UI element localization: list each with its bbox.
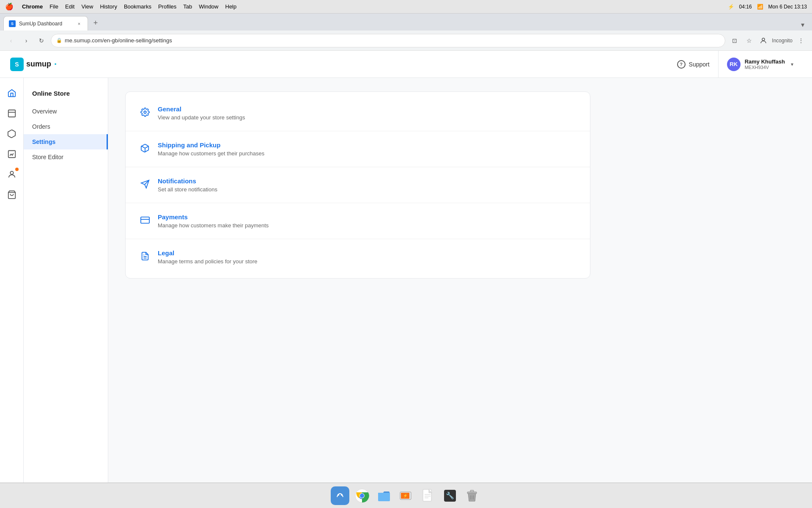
svg-point-3	[10, 171, 13, 174]
menubar-window[interactable]: Window	[199, 3, 218, 10]
sidebar-icon-home[interactable]	[3, 85, 20, 102]
menubar-tab[interactable]: Tab	[183, 3, 192, 10]
tabbar: S SumUp Dashboard × + ▾	[0, 14, 812, 30]
settings-item-shipping[interactable]: Shipping and Pickup Manage how customers…	[126, 131, 590, 167]
payments-link[interactable]: Payments	[158, 213, 269, 221]
settings-text-shipping: Shipping and Pickup Manage how customers…	[158, 141, 264, 157]
tab-list-button[interactable]: ▾	[797, 19, 809, 30]
nav-section-title: Online Store	[24, 86, 108, 104]
user-info: Ramy Khuffash MEXH934V	[745, 58, 785, 70]
menubar-history[interactable]: History	[100, 3, 117, 10]
settings-text-legal: Legal Manage terms and policies for your…	[158, 249, 258, 265]
tab-close-button[interactable]: ×	[76, 20, 82, 27]
legal-link[interactable]: Legal	[158, 249, 258, 257]
chevron-down-icon: ▾	[791, 61, 793, 67]
dock-document[interactable]	[419, 486, 437, 505]
apple-menu[interactable]: 🍎	[5, 3, 14, 11]
svg-point-19	[360, 494, 364, 498]
sidebar-icon-shipping[interactable]	[3, 125, 20, 142]
settings-text-notifications: Notifications Set all store notification…	[158, 177, 217, 193]
header-right: ? Support RK Ramy Khuffash MEXH934V ▾	[669, 51, 802, 78]
addressbar: ‹ › ↻ 🔒 me.sumup.com/en-gb/online-sellin…	[0, 30, 812, 51]
dock-finder[interactable]	[331, 486, 349, 505]
support-label: Support	[689, 61, 710, 68]
bookmark-star-icon[interactable]: ☆	[743, 35, 755, 47]
support-button[interactable]: ? Support	[669, 51, 719, 78]
address-bar[interactable]: 🔒 me.sumup.com/en-gb/online-selling/sett…	[51, 34, 725, 47]
nav-item-overview[interactable]: Overview	[24, 104, 108, 119]
nav-item-settings[interactable]: Settings	[24, 134, 108, 149]
app-header: S sumup· ? Support RK Ramy Khuffash MEXH…	[0, 51, 812, 78]
dock-trash[interactable]	[463, 486, 481, 505]
settings-item-legal[interactable]: Legal Manage terms and policies for your…	[126, 239, 590, 275]
settings-item-general[interactable]: General View and update your store setti…	[126, 95, 590, 131]
legal-desc: Manage terms and policies for your store	[158, 258, 258, 265]
nav-sidebar: Online Store Overview Orders Settings St…	[24, 78, 108, 483]
payments-desc: Manage how customers make their payments	[158, 222, 269, 229]
notification-badge	[15, 168, 19, 171]
user-menu-button[interactable]: RK Ramy Khuffash MEXH934V ▾	[719, 51, 802, 78]
sidebar-icon-reports[interactable]	[3, 146, 20, 163]
logo-text: sumup	[26, 60, 51, 69]
svg-text:⚡: ⚡	[403, 493, 408, 498]
shipping-icon	[139, 142, 151, 154]
menubar-view[interactable]: View	[81, 3, 93, 10]
notifications-icon	[139, 178, 151, 190]
wifi-icon: 📶	[757, 4, 763, 10]
reload-button[interactable]: ↻	[36, 35, 47, 47]
dock-tools[interactable]: 🔧	[441, 486, 459, 505]
settings-text-payments: Payments Manage how customers make their…	[158, 213, 269, 229]
settings-card: General View and update your store setti…	[125, 91, 590, 279]
sumup-logo: S sumup·	[10, 58, 57, 71]
svg-text:🔧: 🔧	[446, 491, 454, 500]
avatar: RK	[727, 58, 741, 71]
menubar-bookmarks[interactable]: Bookmarks	[124, 3, 151, 10]
cast-icon[interactable]: ⊡	[729, 35, 741, 47]
nav-item-store-editor[interactable]: Store Editor	[24, 149, 108, 165]
active-tab[interactable]: S SumUp Dashboard ×	[3, 16, 88, 30]
new-tab-button[interactable]: +	[90, 17, 102, 29]
general-icon	[139, 106, 151, 118]
macos-dock: ⚡ 🔧	[0, 483, 812, 508]
battery-charging-icon: ⚡	[728, 4, 734, 10]
notifications-link[interactable]: Notifications	[158, 177, 217, 185]
dock-chrome[interactable]	[353, 486, 371, 505]
user-id: MEXH934V	[745, 65, 785, 70]
main-layout: Online Store Overview Orders Settings St…	[0, 78, 812, 483]
sidebar-icon-store[interactable]	[3, 105, 20, 122]
shipping-desc: Manage how customers get their purchases	[158, 150, 264, 157]
battery-time: 04:16	[739, 4, 752, 10]
sidebar-icon-customers[interactable]	[3, 166, 20, 183]
notifications-desc: Set all store notifications	[158, 186, 217, 193]
incognito-label: Incognito	[772, 38, 793, 44]
svg-rect-29	[467, 492, 477, 494]
content-area: General View and update your store setti…	[108, 78, 812, 483]
menubar-edit[interactable]: Edit	[65, 3, 74, 10]
general-desc: View and update your store settings	[158, 114, 245, 121]
forward-button[interactable]: ›	[20, 35, 32, 47]
more-options-icon[interactable]: ⋮	[795, 35, 807, 47]
menubar: 🍎 Chrome File Edit View History Bookmark…	[0, 0, 812, 14]
back-button[interactable]: ‹	[5, 35, 17, 47]
svg-point-5	[144, 111, 146, 113]
menubar-file[interactable]: File	[49, 3, 58, 10]
payments-icon	[139, 214, 151, 226]
shipping-link[interactable]: Shipping and Pickup	[158, 141, 264, 149]
dock-battery-app[interactable]: ⚡	[397, 486, 415, 505]
logo-icon: S	[10, 58, 24, 71]
general-link[interactable]: General	[158, 105, 245, 113]
svg-point-0	[762, 38, 765, 41]
settings-text-general: General View and update your store setti…	[158, 105, 245, 121]
menubar-profiles[interactable]: Profiles	[158, 3, 176, 10]
sidebar-icon-cart[interactable]	[3, 186, 20, 203]
svg-rect-9	[141, 217, 149, 224]
svg-point-14	[337, 494, 339, 496]
nav-item-orders[interactable]: Orders	[24, 119, 108, 134]
menubar-help[interactable]: Help	[225, 3, 237, 10]
settings-item-payments[interactable]: Payments Manage how customers make their…	[126, 203, 590, 239]
menubar-chrome[interactable]: Chrome	[22, 3, 43, 10]
dock-folder[interactable]	[375, 486, 393, 505]
svg-point-15	[341, 494, 343, 496]
incognito-icon[interactable]	[757, 35, 769, 47]
settings-item-notifications[interactable]: Notifications Set all store notification…	[126, 167, 590, 203]
